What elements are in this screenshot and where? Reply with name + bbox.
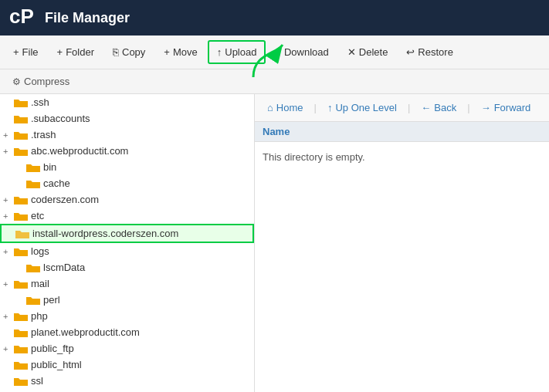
- tree-expander: +: [3, 312, 14, 321]
- copy-button[interactable]: ⎘ Copy: [104, 41, 154, 63]
- right-panel: ⌂ Home | ↑ Up One Level | ← Back | → For…: [255, 94, 549, 392]
- move-button[interactable]: + Move: [155, 41, 205, 63]
- tree-item[interactable]: +coderszen.com: [0, 191, 254, 208]
- tree-item[interactable]: +etc: [0, 208, 254, 224]
- copy-icon: ⎘: [113, 46, 119, 58]
- tree-expander: +: [3, 279, 14, 289]
- app-title: File Manager: [45, 10, 130, 26]
- file-list-content: This directory is empty.: [255, 142, 549, 172]
- tree-item-label: perl: [43, 294, 60, 306]
- download-button[interactable]: ↓ Download: [267, 41, 337, 63]
- compress-icon: ⚙: [12, 76, 21, 87]
- folder-icon: [14, 311, 28, 322]
- tree-item-label: install-wordpress.coderszen.com: [32, 228, 178, 239]
- tree-expander: +: [3, 344, 14, 353]
- folder-icon: [14, 360, 28, 370]
- tree-item-label: abc.webproductit.com: [31, 145, 128, 157]
- file-button[interactable]: + File: [5, 41, 47, 63]
- tree-item[interactable]: +mail: [0, 275, 254, 292]
- folder-icon: [14, 343, 28, 354]
- main-area: .ssh.subaccounts+.trash+abc.webproductit…: [0, 94, 549, 392]
- tree-item-label: public_ftp: [31, 343, 74, 354]
- tree-item-label: lscmData: [43, 262, 85, 273]
- toolbar: + File + Folder ⎘ Copy + Move ↑ Upload ↓…: [0, 35, 549, 69]
- up-one-level-button[interactable]: ↑ Up One Level: [321, 99, 403, 117]
- folder-icon: [14, 97, 28, 108]
- tree-item-label: logs: [31, 245, 49, 257]
- tree-item-label: planet.webproductit.com: [31, 326, 140, 338]
- folder-icon: [14, 211, 28, 221]
- tree-item[interactable]: ssl: [0, 373, 254, 389]
- tree-item-label: .ssh: [31, 96, 49, 108]
- header: cP File Manager: [0, 0, 549, 35]
- tree-item[interactable]: planet.webproductit.com: [0, 324, 254, 340]
- toolbar2: ⚙ Compress: [0, 69, 549, 94]
- tree-item[interactable]: bin: [0, 159, 254, 175]
- tree-expander: +: [3, 195, 14, 204]
- nav-bar: ⌂ Home | ↑ Up One Level | ← Back | → For…: [255, 94, 549, 122]
- tree-item[interactable]: cache: [0, 175, 254, 191]
- back-button[interactable]: ← Back: [415, 99, 463, 117]
- folder-icon: [14, 246, 28, 257]
- folder-button[interactable]: + Folder: [49, 41, 103, 63]
- tree-expander: +: [3, 211, 14, 221]
- tree-item-label: .trash: [31, 129, 56, 140]
- tree-item[interactable]: .ssh: [0, 94, 254, 110]
- delete-icon: ✕: [347, 46, 356, 58]
- folder-icon: [15, 228, 29, 239]
- tree-item-label: etc: [31, 210, 44, 221]
- tree-item[interactable]: +abc.webproductit.com: [0, 143, 254, 159]
- folder-icon: [26, 178, 40, 189]
- folder-icon: [14, 130, 28, 140]
- tree-item-label: ssl: [31, 375, 43, 387]
- folder-icon: [14, 194, 28, 205]
- folder-icon: [26, 262, 40, 273]
- tree-item[interactable]: .subaccounts: [0, 110, 254, 127]
- tree-item[interactable]: install-wordpress.coderszen.com: [0, 224, 254, 243]
- tree-item-label: public_html: [31, 359, 82, 370]
- tree-item-label: bin: [43, 161, 56, 173]
- back-icon: ←: [421, 102, 431, 113]
- tree-expander: +: [3, 147, 14, 156]
- plus-folder-icon: +: [57, 46, 63, 58]
- tree-item[interactable]: +.trash: [0, 127, 254, 143]
- restore-button[interactable]: ↩ Restore: [398, 41, 462, 63]
- tree-item[interactable]: lscmData: [0, 259, 254, 275]
- home-button[interactable]: ⌂ Home: [261, 99, 310, 117]
- tree-item[interactable]: +php: [0, 308, 254, 324]
- tree-expander: +: [3, 247, 14, 256]
- move-icon: +: [164, 46, 170, 58]
- folder-icon: [14, 146, 28, 157]
- plus-icon: +: [13, 46, 19, 58]
- folder-icon: [26, 295, 40, 306]
- delete-button[interactable]: ✕ Delete: [339, 41, 397, 63]
- file-tree: .ssh.subaccounts+.trash+abc.webproductit…: [0, 94, 255, 392]
- folder-icon: [14, 113, 28, 124]
- upload-icon: ↑: [217, 46, 222, 58]
- tree-item-label: mail: [31, 278, 49, 289]
- tree-item[interactable]: +public_ftp: [0, 340, 254, 357]
- folder-icon: [14, 279, 28, 289]
- compress-button[interactable]: ⚙ Compress: [6, 73, 76, 90]
- tree-item[interactable]: public_html: [0, 357, 254, 373]
- tree-item-label: php: [31, 310, 48, 322]
- folder-icon: [14, 327, 28, 338]
- forward-button[interactable]: → Forward: [475, 99, 537, 117]
- upload-button[interactable]: ↑ Upload: [208, 40, 266, 64]
- restore-icon: ↩: [406, 46, 415, 58]
- tree-item[interactable]: +logs: [0, 243, 254, 259]
- up-icon: ↑: [327, 102, 333, 113]
- folder-icon: [26, 162, 40, 173]
- tree-item-label: coderszen.com: [31, 194, 99, 205]
- svg-text:cP: cP: [9, 6, 34, 28]
- folder-icon: [14, 376, 28, 387]
- tree-item[interactable]: perl: [0, 292, 254, 308]
- tree-expander: +: [3, 130, 14, 140]
- cpanel-logo: cP: [9, 6, 37, 29]
- download-icon: ↓: [276, 46, 281, 58]
- tree-item-label: .subaccounts: [31, 113, 90, 124]
- forward-icon: →: [481, 102, 491, 113]
- tree-item-label: cache: [43, 177, 70, 189]
- file-list-header: Name: [255, 122, 549, 142]
- home-icon: ⌂: [267, 102, 273, 113]
